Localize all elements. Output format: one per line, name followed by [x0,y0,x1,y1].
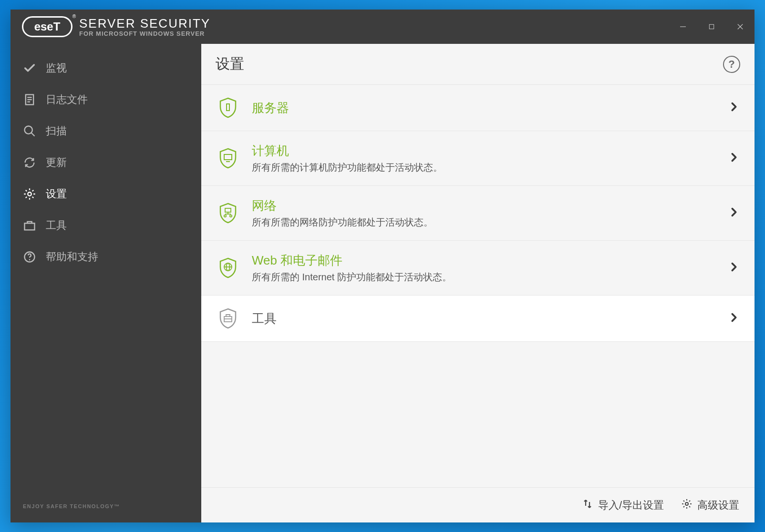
row-server[interactable]: 服务器 [201,85,755,131]
row-text: 网络 所有所需的网络防护功能都处于活动状态。 [252,197,716,229]
sidebar-item-help[interactable]: 帮助和支持 [10,241,201,273]
app-window: eseT SERVER SECURITY FOR MICROSOFT WINDO… [10,10,755,522]
gear-icon [23,187,36,201]
row-title: 工具 [252,310,716,327]
logo-titles: SERVER SECURITY FOR MICROSOFT WINDOWS SE… [79,17,210,37]
svg-point-13 [29,259,31,260]
chevron-right-icon [729,262,739,274]
svg-rect-11 [25,223,35,230]
sidebar-item-label: 更新 [46,155,67,170]
svg-point-27 [685,502,688,505]
chevron-right-icon [729,102,739,114]
refresh-icon [23,156,36,169]
sidebar-item-tools[interactable]: 工具 [10,210,201,241]
footer-link-label: 高级设置 [697,498,739,512]
shield-tools-icon [217,307,239,330]
row-desc: 所有所需的网络防护功能都处于活动状态。 [252,216,716,229]
svg-rect-17 [225,208,231,212]
sidebar: 监视 日志文件 扫描 更新 [10,44,201,522]
document-icon [23,93,36,106]
sidebar-item-scan[interactable]: 扫描 [10,115,201,147]
svg-point-21 [230,215,232,217]
briefcase-icon [23,219,36,232]
help-button[interactable]: ? [723,56,740,73]
svg-line-9 [31,133,35,136]
titlebar: eseT SERVER SECURITY FOR MICROSOFT WINDO… [10,10,755,44]
row-text: 计算机 所有所需的计算机防护功能都处于活动状态。 [252,143,716,174]
sidebar-item-monitor[interactable]: 监视 [10,52,201,84]
chevron-right-icon [729,312,739,325]
search-icon [23,124,36,138]
footer-actions: 导入/导出设置 高级设置 [201,487,755,522]
row-text: 工具 [252,310,716,327]
logo-badge-text: eseT [34,20,61,33]
sidebar-item-label: 扫描 [46,124,67,138]
close-button[interactable] [726,10,755,44]
shield-web-icon [217,256,239,279]
svg-rect-1 [709,24,713,29]
maximize-button[interactable] [697,10,726,44]
row-title: 服务器 [252,100,716,116]
transfer-icon [582,498,593,512]
sidebar-item-setup[interactable]: 设置 [10,178,201,210]
sidebar-item-label: 监视 [46,61,67,75]
row-text: 服务器 [252,100,716,116]
logo-badge: eseT [22,16,72,37]
main: 设置 ? 服务器 [201,44,755,522]
settings-rows: 服务器 计算机 所有所需的计算机防护功能都处于活动状态。 [201,85,755,487]
chevron-right-icon [729,152,739,164]
svg-point-8 [25,126,32,134]
svg-point-20 [224,215,226,217]
shield-server-icon [217,96,239,119]
sidebar-item-label: 帮助和支持 [46,250,98,264]
shield-network-icon [217,202,239,225]
sidebar-item-label: 工具 [46,218,67,233]
svg-rect-14 [227,104,229,111]
row-desc: 所有所需的计算机防护功能都处于活动状态。 [252,161,716,174]
window-controls [669,10,755,44]
import-export-button[interactable]: 导入/导出设置 [582,498,664,512]
row-network[interactable]: 网络 所有所需的网络防护功能都处于活动状态。 [201,186,755,241]
sidebar-item-update[interactable]: 更新 [10,147,201,178]
row-text: Web 和电子邮件 所有所需的 Internet 防护功能都处于活动状态。 [252,252,716,284]
main-header: 设置 ? [201,44,755,85]
help-glyph: ? [728,58,734,71]
app-subtitle: FOR MICROSOFT WINDOWS SERVER [79,31,210,37]
help-icon [23,250,36,264]
svg-point-10 [28,192,31,195]
sidebar-item-log-files[interactable]: 日志文件 [10,84,201,115]
row-web-email[interactable]: Web 和电子邮件 所有所需的 Internet 防护功能都处于活动状态。 [201,241,755,296]
row-desc: 所有所需的 Internet 防护功能都处于活动状态。 [252,271,716,284]
check-icon [23,61,36,75]
chevron-right-icon [729,207,739,219]
app-title: SERVER SECURITY [79,17,210,30]
svg-rect-15 [224,154,232,160]
shield-computer-icon [217,147,239,170]
sidebar-item-label: 设置 [46,187,67,201]
footer-link-label: 导入/导出设置 [598,498,664,512]
page-title: 设置 [216,54,244,74]
sidebar-footer: ENJOY SAFER TECHNOLOGY™ [23,503,120,509]
gear-icon [681,498,693,512]
row-computer[interactable]: 计算机 所有所需的计算机防护功能都处于活动状态。 [201,131,755,186]
row-tools[interactable]: 工具 [201,296,755,342]
row-title: 计算机 [252,143,716,159]
logo: eseT SERVER SECURITY FOR MICROSOFT WINDO… [22,16,210,37]
sidebar-item-label: 日志文件 [46,92,88,107]
minimize-button[interactable] [669,10,697,44]
row-title: Web 和电子邮件 [252,252,716,269]
advanced-setup-button[interactable]: 高级设置 [681,498,739,512]
body: 监视 日志文件 扫描 更新 [10,44,755,522]
row-title: 网络 [252,197,716,214]
